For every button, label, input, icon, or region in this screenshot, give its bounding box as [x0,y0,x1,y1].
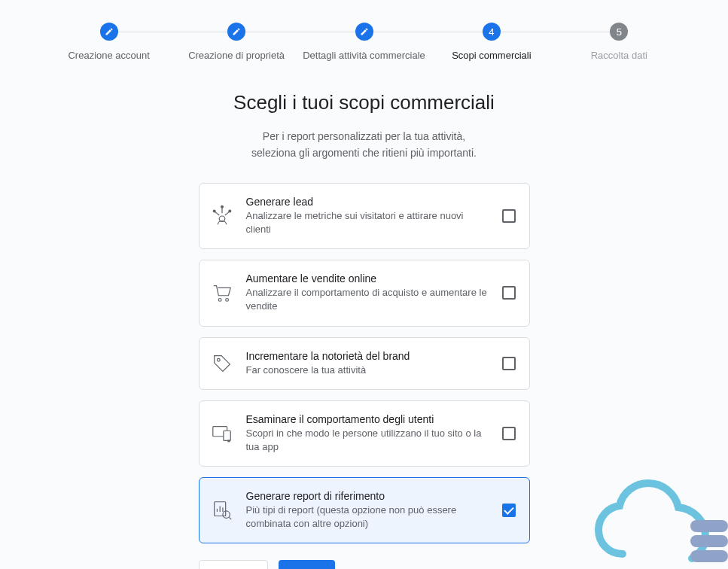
option-user-behavior[interactable]: Esaminare il comportamento degli utenti … [199,400,530,467]
step-label: Creazione account [68,50,149,61]
pencil-icon [100,23,118,41]
checkbox[interactable] [502,504,516,517]
report-icon [210,498,234,522]
create-button[interactable]: Crea [279,560,334,569]
svg-point-4 [221,205,223,208]
option-title: Generare lead [246,196,490,208]
option-title: Incrementare la notorietà del brand [246,350,490,362]
checkbox[interactable] [502,286,516,300]
step-number: 5 [610,23,628,41]
option-online-sales[interactable]: Aumentare le vendite online Analizzare i… [199,260,530,326]
svg-point-16 [222,511,229,518]
cloud-logo-icon [592,479,728,569]
step-number: 4 [483,23,501,41]
stepper: Creazione account Creazione di proprietà… [0,0,728,61]
checkbox[interactable] [502,357,516,370]
footer-actions: Indietro Crea [199,560,530,569]
options-list: Generare lead Analizzare le metriche sui… [199,183,530,544]
page-title: Scegli i tuoi scopi commerciali [233,91,495,114]
svg-point-5 [213,210,215,212]
option-desc: Analizzare il comportamento di acquisto … [246,286,490,313]
step-label: Raccolta dati [591,50,647,61]
pencil-icon [227,23,245,41]
step-data: 5 Raccolta dati [556,23,683,61]
checkbox[interactable] [502,209,516,223]
option-desc: Più tipi di report (questa opzione non p… [246,504,490,531]
step-goals[interactable]: 4 Scopi commerciali [428,23,555,61]
svg-line-17 [229,518,231,520]
option-title: Aumentare le vendite online [246,272,490,284]
cart-icon [210,281,234,305]
step-details[interactable]: Dettagli attività commerciale [300,23,428,61]
step-label: Dettagli attività commerciale [303,50,425,61]
option-desc: Far conoscere la tua attività [246,364,490,377]
svg-rect-11 [223,431,230,440]
step-label: Scopi commerciali [452,50,531,61]
step-label: Creazione di proprietà [188,50,285,61]
pencil-icon [355,23,373,41]
svg-line-3 [224,211,229,215]
option-brand-awareness[interactable]: Incrementare la notorietà del brand Far … [199,337,530,390]
checkbox[interactable] [502,427,516,440]
option-desc: Scopri in che modo le persone utilizzano… [246,427,490,454]
svg-rect-20 [690,550,728,562]
svg-point-6 [228,210,230,212]
svg-line-2 [215,211,219,215]
svg-point-7 [218,299,221,302]
back-button[interactable]: Indietro [199,560,269,569]
svg-point-8 [225,299,228,302]
svg-rect-19 [690,535,728,547]
svg-rect-18 [690,520,728,532]
lead-icon [210,204,234,228]
step-account[interactable]: Creazione account [45,23,172,61]
step-property[interactable]: Creazione di proprietà [172,23,300,61]
option-title: Generare report di riferimento [246,490,490,502]
option-generate-leads[interactable]: Generare lead Analizzare le metriche sui… [199,183,530,249]
svg-point-9 [217,358,220,361]
option-baseline-reports[interactable]: Generare report di riferimento Più tipi … [199,477,530,543]
option-title: Esaminare il comportamento degli utenti [246,413,490,425]
devices-icon [210,421,234,446]
tag-icon [210,351,234,376]
page-subtitle: Per i report personalizzati per la tua a… [251,128,477,162]
option-desc: Analizzare le metriche sui visitatori e … [246,209,490,236]
